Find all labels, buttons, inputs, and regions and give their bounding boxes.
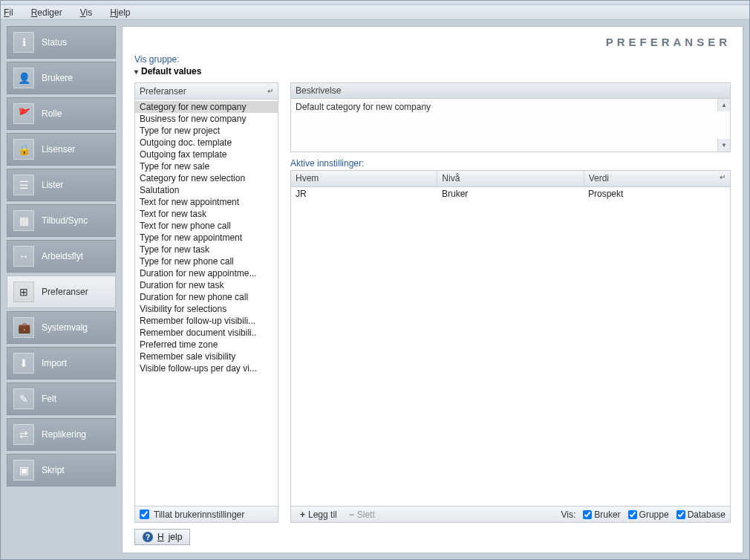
help-row: ? Hjelp	[134, 529, 731, 545]
lister-icon: ☰	[13, 175, 34, 195]
arbeidsflyt-icon: ↔	[13, 246, 34, 267]
list-item[interactable]: Category for new selection	[135, 172, 278, 184]
sidebar-item-label: Felt	[42, 394, 56, 404]
allow-user-settings-row: Tillat brukerinnstillinger	[135, 506, 278, 522]
group-label: Vis gruppe:	[134, 54, 731, 65]
list-item[interactable]: Remember sale visibility	[135, 351, 278, 362]
list-item[interactable]: Type for new phone call	[135, 255, 278, 267]
sort-icon: ↵	[720, 173, 725, 181]
sidebar-item-status[interactable]: ℹStatus	[7, 26, 116, 59]
tilbud-sync-icon: ▦	[13, 210, 34, 231]
sidebar-item-felt[interactable]: ✎Felt	[7, 382, 116, 415]
sidebar-item-brukere[interactable]: 👤Brukere	[7, 62, 116, 94]
import-icon: ⬇	[13, 353, 34, 374]
menu-fil[interactable]: Fil	[4, 7, 22, 18]
description-body: Default category for new company ▲ ▼	[290, 99, 731, 152]
list-item[interactable]: Type for new project	[135, 125, 278, 137]
systemvalg-icon: 💼	[13, 317, 34, 338]
list-item[interactable]: Type for new task	[135, 244, 278, 255]
prefs-list[interactable]: Category for new companyBusiness for new…	[135, 100, 278, 506]
description-header: Beskrivelse	[290, 82, 731, 99]
active-settings-label: Aktive innstillinger:	[290, 158, 731, 169]
list-item[interactable]: Visibility for selections	[135, 303, 278, 315]
col-verdi[interactable]: Verdi↵	[584, 171, 730, 186]
menubar: Fil Rediger Vis Hjelp	[1, 5, 749, 20]
body: ℹStatus👤Brukere🚩Rolle🔒Lisenser☰Lister▦Ti…	[1, 20, 749, 559]
table-header: Hvem Nivå Verdi↵	[291, 171, 730, 187]
list-item[interactable]: Text for new appointment	[135, 196, 278, 208]
vis-label: Vis:	[561, 509, 575, 520]
rolle-icon: 🚩	[13, 103, 34, 124]
scroll-down-icon[interactable]: ▼	[717, 139, 730, 152]
sidebar-item-label: Lister	[42, 180, 63, 190]
list-item[interactable]: Preferred time zone	[135, 339, 278, 351]
allow-user-checkbox[interactable]	[140, 509, 149, 519]
felt-icon: ✎	[13, 388, 34, 409]
list-item[interactable]: Duration for new task	[135, 279, 278, 291]
sidebar-item-label: Systemvalg	[42, 322, 88, 333]
list-item[interactable]: Type for new sale	[135, 160, 278, 172]
list-item[interactable]: Remember document visibili..	[135, 327, 278, 339]
help-button[interactable]: ? Hjelp	[134, 529, 190, 545]
sidebar-item-systemvalg[interactable]: 💼Systemvalg	[7, 311, 116, 344]
description-text: Default category for new company	[296, 102, 431, 112]
group-dropdown[interactable]: Default values	[134, 66, 731, 76]
list-item[interactable]: Remember follow-up visibili...	[135, 315, 278, 327]
help-icon: ?	[143, 532, 153, 542]
table-body[interactable]: JRBrukerProspekt	[291, 187, 730, 506]
preferences-list-panel: Preferanser↵ Category for new companyBus…	[134, 82, 278, 523]
table-footer: + Legg til − Slett Vis: Bruker Gruppe Da…	[291, 506, 730, 522]
menu-hjelp[interactable]: Hjelp	[110, 7, 139, 18]
cell-verdi: Prospekt	[584, 187, 730, 202]
prefs-column-header[interactable]: Preferanser↵	[135, 83, 278, 100]
page-title: PREFERANSER	[134, 36, 731, 48]
sidebar-item-skript[interactable]: ▣Skript	[7, 454, 116, 486]
active-settings-table: Hvem Nivå Verdi↵ JRBrukerProspekt + Legg…	[290, 170, 731, 523]
sidebar-item-label: Tilbud/Sync	[42, 215, 88, 226]
sidebar-item-label: Skript	[42, 465, 65, 475]
col-hvem[interactable]: Hvem	[291, 171, 437, 186]
list-item[interactable]: Category for new company	[135, 101, 278, 113]
right-panel: Beskrivelse Default category for new com…	[290, 82, 731, 523]
status-icon: ℹ	[13, 32, 34, 53]
sidebar-item-label: Replikering	[42, 429, 86, 440]
sidebar-item-preferanser[interactable]: ⊞Preferanser	[7, 276, 116, 308]
sidebar-item-tilbud-sync[interactable]: ▦Tilbud/Sync	[7, 204, 116, 237]
col-niva[interactable]: Nivå	[437, 171, 584, 186]
scroll-up-icon[interactable]: ▲	[717, 99, 730, 111]
list-item[interactable]: Salutation	[135, 184, 278, 196]
filter-database[interactable]: Database	[676, 509, 725, 520]
sidebar-item-lister[interactable]: ☰Lister	[7, 169, 116, 201]
app-window: Fil Rediger Vis Hjelp ℹStatus👤Brukere🚩Ro…	[0, 0, 750, 560]
list-item[interactable]: Outgoing fax template	[135, 149, 278, 160]
sidebar-item-rolle[interactable]: 🚩Rolle	[7, 97, 116, 130]
sidebar-item-label: Preferanser	[42, 287, 88, 297]
sidebar-item-label: Status	[42, 37, 67, 48]
table-row[interactable]: JRBrukerProspekt	[291, 187, 730, 202]
main-panel: PREFERANSER Vis gruppe: Default values P…	[122, 26, 743, 553]
sidebar-item-lisenser[interactable]: 🔒Lisenser	[7, 133, 116, 166]
list-item[interactable]: Outgoing doc. template	[135, 137, 278, 149]
list-item[interactable]: Type for new appointment	[135, 232, 278, 244]
sidebar-item-replikering[interactable]: ⇄Replikering	[7, 418, 116, 451]
add-button[interactable]: + Legg til	[296, 508, 342, 521]
delete-button[interactable]: − Slett	[345, 508, 379, 521]
list-item[interactable]: Visible follow-ups per day vi...	[135, 362, 278, 374]
menu-rediger[interactable]: Rediger	[31, 7, 71, 18]
list-item[interactable]: Text for new task	[135, 208, 278, 220]
list-item[interactable]: Duration for new phone call	[135, 291, 278, 303]
sort-icon: ↵	[267, 87, 273, 95]
filter-gruppe[interactable]: Gruppe	[628, 509, 669, 520]
filter-bruker[interactable]: Bruker	[583, 509, 620, 520]
list-item[interactable]: Text for new phone call	[135, 220, 278, 232]
sidebar-item-label: Arbeidsflyt	[42, 251, 83, 261]
sidebar-item-import[interactable]: ⬇Import	[7, 347, 116, 380]
menu-vis[interactable]: Vis	[80, 7, 101, 18]
list-item[interactable]: Business for new company	[135, 113, 278, 125]
sidebar-item-label: Brukere	[42, 73, 73, 83]
brukere-icon: 👤	[13, 68, 34, 88]
list-item[interactable]: Duration for new appointme...	[135, 267, 278, 279]
cell-niva: Bruker	[437, 187, 584, 202]
sidebar-item-arbeidsflyt[interactable]: ↔Arbeidsflyt	[7, 240, 116, 273]
sidebar-item-label: Import	[42, 358, 67, 368]
